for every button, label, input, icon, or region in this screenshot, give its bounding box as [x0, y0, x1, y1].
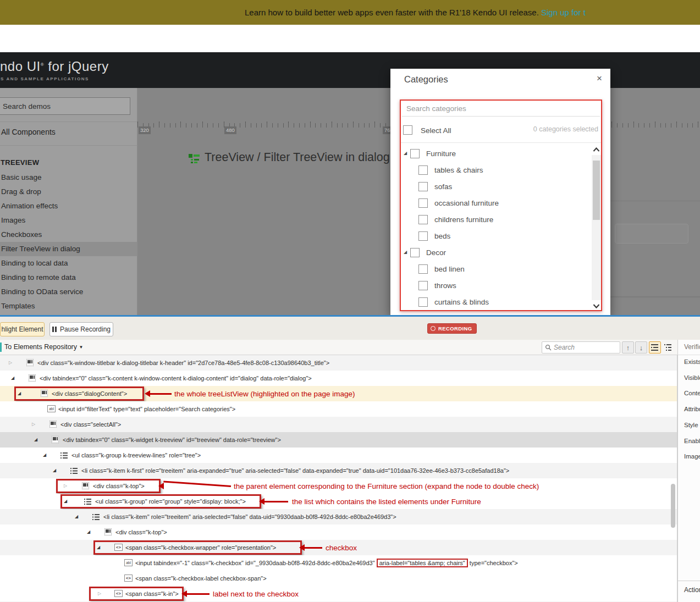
- sidebar-item-all-components[interactable]: All Components: [1, 128, 56, 136]
- close-icon[interactable]: ×: [597, 73, 602, 84]
- annotation-text: the parent element corresponding to the …: [234, 482, 539, 490]
- dom-search-box[interactable]: [542, 341, 620, 354]
- sidebar-item[interactable]: Templates: [0, 299, 137, 313]
- scroll-down-icon[interactable]: [592, 300, 601, 311]
- scroll-up-icon[interactable]: [592, 144, 601, 155]
- dom-tree-row[interactable]: ◢<li class="k-item" role="treeitem" aria…: [0, 509, 677, 524]
- highlight-element-button[interactable]: hlight Element: [0, 322, 45, 336]
- collapse-arrow-icon[interactable]: ◢: [11, 375, 14, 380]
- annotation-arrow-line: [186, 593, 210, 595]
- category-checkbox[interactable]: [418, 264, 428, 274]
- collapse-arrow-icon[interactable]: ◢: [97, 545, 100, 550]
- tree-view-toggle-icon[interactable]: [662, 341, 674, 354]
- sidebar-item[interactable]: Images: [0, 213, 137, 228]
- verification-panel-header: Verific: [684, 343, 700, 351]
- verification-item[interactable]: Visible: [684, 374, 700, 381]
- verification-item[interactable]: Image: [684, 453, 700, 460]
- dom-tree-row[interactable]: ◢<div tabindex="0" class="k-widget k-tre…: [0, 432, 677, 448]
- dom-element-markup: <input tabindex="-1" class="k-checkbox" …: [135, 560, 518, 566]
- verification-item[interactable]: Conten: [684, 390, 700, 396]
- dom-search-input[interactable]: [554, 344, 614, 351]
- annotation-arrowhead-icon: [259, 498, 264, 505]
- category-checkbox[interactable]: [418, 297, 428, 307]
- category-label[interactable]: childrens furniture: [434, 216, 493, 224]
- category-checkbox[interactable]: [410, 248, 420, 257]
- dom-tree-row[interactable]: ▷<><span class="k-in">label next to the …: [0, 586, 677, 601]
- find-next-button[interactable]: ↓: [635, 341, 647, 354]
- sidebar-item[interactable]: Binding to OData service: [0, 285, 137, 299]
- dom-tree-row[interactable]: abl<input tabindex="-1" class="k-checkbo…: [0, 555, 677, 571]
- dom-scrollbar-thumb[interactable]: [671, 484, 675, 528]
- dom-tree-row[interactable]: ◢<div tabindex="0" class="k-content k-wi…: [0, 371, 677, 386]
- search-demos-input[interactable]: [0, 97, 130, 115]
- dom-tree-row[interactable]: ◢<div class="dialogContent">the whole tr…: [0, 386, 677, 401]
- expand-triangle-icon[interactable]: ◢: [404, 151, 407, 156]
- category-checkbox[interactable]: [418, 165, 428, 175]
- dom-tree-row[interactable]: ◢<ul class="k-group k-treeview-lines" ro…: [0, 448, 677, 463]
- category-label[interactable]: beds: [434, 232, 450, 240]
- expand-arrow-icon[interactable]: ▷: [9, 360, 12, 365]
- verification-item[interactable]: Enable: [684, 438, 700, 444]
- category-checkbox[interactable]: [418, 281, 428, 290]
- category-label[interactable]: throws: [434, 281, 456, 290]
- collapse-arrow-icon[interactable]: ◢: [64, 499, 67, 504]
- kendo-ui-logo[interactable]: ndo UI® for jQuery: [0, 59, 109, 74]
- category-checkbox[interactable]: [418, 198, 428, 208]
- category-label[interactable]: sofas: [434, 183, 452, 191]
- collapse-arrow-icon[interactable]: ◢: [87, 529, 90, 534]
- category-label[interactable]: tables & chairs: [434, 166, 483, 174]
- dom-element-markup: <div class="k-top">: [115, 529, 167, 535]
- collapse-arrow-icon[interactable]: ◢: [43, 452, 46, 457]
- verification-item[interactable]: Style: [684, 422, 698, 428]
- dom-tree-row[interactable]: ▷<div class="selectAll">: [0, 417, 677, 432]
- category-checkbox[interactable]: [418, 231, 428, 241]
- category-label[interactable]: occasional furniture: [434, 199, 499, 207]
- annotation-arrowhead-icon: [181, 590, 187, 597]
- sidebar-item[interactable]: Binding to remote data: [0, 270, 137, 285]
- search-categories-input[interactable]: [402, 101, 600, 117]
- sidebar-item[interactable]: Filter TreeView in dialog: [0, 242, 137, 256]
- category-checkbox[interactable]: [418, 215, 428, 224]
- expand-arrow-icon[interactable]: ▷: [64, 483, 67, 488]
- pause-recording-button[interactable]: Pause Recording: [49, 322, 113, 336]
- dom-tree-row[interactable]: <><span class="k-checkbox-label checkbox…: [0, 571, 677, 586]
- expand-arrow-icon[interactable]: ▷: [98, 591, 101, 596]
- to-elements-repository-menu[interactable]: To Elements Repository ▼: [4, 343, 83, 351]
- collapse-arrow-icon[interactable]: ◢: [75, 514, 78, 519]
- category-label[interactable]: curtains & blinds: [434, 298, 489, 306]
- dialog-scrollbar[interactable]: [592, 144, 601, 311]
- dom-tree-row[interactable]: ▷<div class="k-top">the parent element c…: [0, 478, 677, 494]
- category-label[interactable]: bed linen: [434, 265, 465, 273]
- dom-element-markup: <div class="k-top">: [93, 483, 145, 489]
- category-checkbox[interactable]: [418, 182, 428, 191]
- div-element-icon: [41, 390, 48, 397]
- sidebar-item[interactable]: Basic usage: [0, 170, 137, 185]
- sidebar-item[interactable]: Drag & drop: [0, 185, 137, 199]
- dom-tree-row[interactable]: ◢<li class="k-item k-first" role="treeit…: [0, 463, 677, 478]
- find-previous-button[interactable]: ↑: [622, 341, 634, 354]
- div-element-icon: [49, 421, 57, 428]
- collapse-arrow-icon[interactable]: ◢: [34, 437, 37, 442]
- dom-tree-row[interactable]: ◢<ul class="k-group" role="group" style=…: [0, 494, 677, 509]
- dom-tree-row[interactable]: ▷<div class="k-window-titlebar k-dialog-…: [0, 355, 677, 371]
- sidebar-item[interactable]: Animation effects: [0, 199, 137, 213]
- dom-view-toggle-icon[interactable]: [649, 341, 661, 354]
- dom-tree-row[interactable]: abl<input id="filterText" type="text" pl…: [0, 401, 677, 417]
- expand-triangle-icon[interactable]: ◢: [404, 250, 407, 255]
- dom-tree-row[interactable]: ◢<><span class="k-checkbox-wrapper" role…: [0, 540, 677, 555]
- categories-dialog: Categories × Select All 0 categories sel…: [390, 69, 610, 316]
- signup-link[interactable]: Sign up for t: [541, 8, 586, 17]
- expand-arrow-icon[interactable]: ▷: [32, 422, 35, 427]
- verification-item[interactable]: Attribu: [684, 406, 700, 412]
- category-label[interactable]: Furniture: [426, 150, 456, 158]
- category-checkbox[interactable]: [410, 149, 420, 158]
- scrollbar-thumb[interactable]: [593, 161, 600, 220]
- category-label[interactable]: Decor: [426, 248, 446, 257]
- collapse-arrow-icon[interactable]: ◢: [18, 391, 21, 396]
- sidebar-item[interactable]: Checkboxes: [0, 228, 137, 242]
- dom-tree-row[interactable]: ◢<div class="k-top">: [0, 524, 677, 540]
- sidebar-item[interactable]: Binding to local data: [0, 256, 137, 270]
- collapse-arrow-icon[interactable]: ◢: [53, 468, 56, 473]
- verification-item[interactable]: Exists: [684, 358, 700, 365]
- select-all-checkbox[interactable]: [403, 125, 412, 135]
